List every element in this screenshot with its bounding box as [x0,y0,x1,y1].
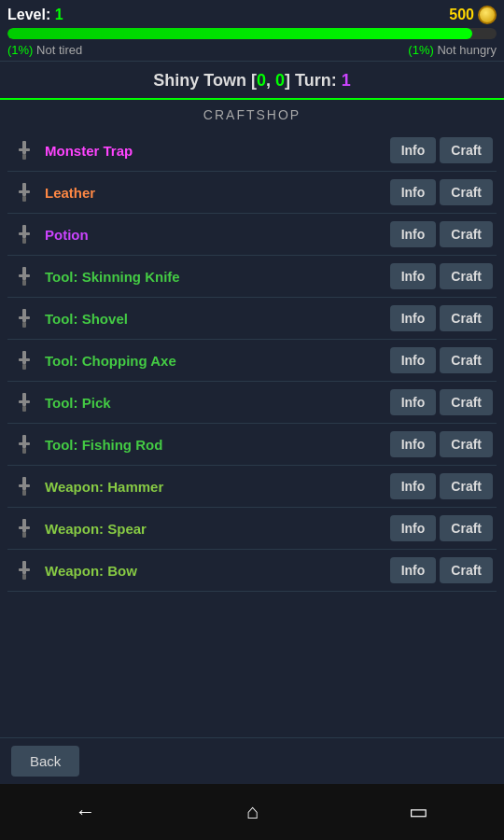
info-button[interactable]: Info [390,179,437,205]
level-display: Level: 1 [7,7,63,23]
item-name: Potion [45,227,390,243]
hungry-label: Not hungry [437,43,497,57]
item-button-group: InfoCraft [390,515,493,541]
info-button[interactable]: Info [390,305,437,331]
svg-rect-32 [22,574,26,580]
svg-rect-19 [19,400,30,403]
item-icon [11,431,37,457]
item-button-group: InfoCraft [390,389,493,415]
svg-rect-29 [22,532,26,538]
craft-button[interactable]: Craft [440,515,493,541]
svg-rect-15 [22,351,26,364]
svg-rect-22 [19,442,30,445]
svg-rect-2 [22,154,26,160]
info-button[interactable]: Info [390,473,437,499]
item-icon [11,263,37,289]
svg-rect-0 [22,141,26,154]
svg-rect-13 [19,316,30,319]
turn-label: Turn: [295,71,337,90]
svg-rect-9 [22,267,26,280]
craft-button[interactable]: Craft [440,557,493,583]
item-name: Tool: Fishing Rod [45,437,390,453]
item-icon [11,347,37,373]
item-name: Tool: Shovel [45,311,390,327]
android-back-button[interactable]: ← [76,800,96,824]
svg-rect-14 [22,322,26,328]
craft-button[interactable]: Craft [440,137,493,163]
shop-list[interactable]: Monster TrapInfoCraft LeatherInfoCraft P… [0,130,504,737]
town-coord-x: 0 [257,71,266,90]
level-label: Level: [7,7,50,22]
svg-rect-20 [22,406,26,412]
svg-rect-18 [22,393,26,406]
item-icon [11,473,37,499]
svg-rect-26 [22,490,26,496]
item-button-group: InfoCraft [390,179,493,205]
town-title: Shiny Town [0, 0] Turn: 1 [0,71,504,91]
shop-title: CRAFTSHOP [0,100,504,130]
craft-button[interactable]: Craft [440,263,493,289]
svg-rect-1 [19,148,30,151]
item-icon [11,137,37,163]
info-button[interactable]: Info [390,263,437,289]
item-name: Weapon: Spear [45,521,390,537]
item-button-group: InfoCraft [390,473,493,499]
level-value: 1 [55,7,63,22]
info-button[interactable]: Info [390,221,437,247]
android-home-button[interactable]: ⌂ [246,800,259,824]
item-button-group: InfoCraft [390,137,493,163]
shop-item: LeatherInfoCraft [7,172,497,214]
shop-item: Tool: Fishing RodInfoCraft [7,424,497,466]
svg-rect-16 [19,358,30,361]
info-button[interactable]: Info [390,431,437,457]
item-button-group: InfoCraft [390,347,493,373]
craft-button[interactable]: Craft [440,305,493,331]
info-button[interactable]: Info [390,347,437,373]
gold-amount: 500 [449,7,474,23]
shop-item: Tool: Skinning KnifeInfoCraft [7,256,497,298]
back-area: Back [0,737,504,784]
item-name: Leather [45,185,390,201]
svg-rect-28 [19,526,30,529]
gold-coin-icon [478,6,497,24]
info-button[interactable]: Info [390,389,437,415]
item-icon [11,305,37,331]
svg-rect-23 [22,448,26,454]
town-header: Shiny Town [0, 0] Turn: 1 [0,61,504,100]
shop-item: Weapon: HammerInfoCraft [7,466,497,508]
craft-button[interactable]: Craft [440,347,493,373]
item-button-group: InfoCraft [390,557,493,583]
info-button[interactable]: Info [390,137,437,163]
svg-rect-8 [22,238,26,244]
town-name: Shiny Town [153,71,246,90]
craft-button[interactable]: Craft [440,179,493,205]
craft-button[interactable]: Craft [440,221,493,247]
item-icon [11,389,37,415]
svg-rect-10 [19,274,30,277]
craft-button[interactable]: Craft [440,473,493,499]
shop-item: Weapon: SpearInfoCraft [7,508,497,550]
tired-pct: (1%) [7,43,33,57]
shop-item: Monster TrapInfoCraft [7,130,497,172]
hungry-status: (1%) Not hungry [408,43,497,57]
item-icon [11,557,37,583]
info-button[interactable]: Info [390,515,437,541]
svg-rect-31 [19,568,30,571]
craft-button[interactable]: Craft [440,389,493,415]
back-button[interactable]: Back [11,746,79,777]
svg-rect-4 [19,190,30,193]
item-icon [11,221,37,247]
shop-item: Tool: PickInfoCraft [7,382,497,424]
shop-item: Tool: ShovelInfoCraft [7,298,497,340]
info-button[interactable]: Info [390,557,437,583]
craft-button[interactable]: Craft [440,431,493,457]
hungry-pct: (1%) [408,43,433,57]
android-recent-button[interactable]: ▭ [409,800,428,824]
status-bar: Level: 1 500 (1%) Not tired (1%) Not hun… [0,0,504,61]
svg-rect-5 [22,196,26,202]
svg-rect-12 [22,309,26,322]
android-nav-bar: ← ⌂ ▭ [0,784,504,840]
exp-bar-fill [7,28,472,39]
item-icon [11,515,37,541]
shop-item: Tool: Chopping AxeInfoCraft [7,340,497,382]
